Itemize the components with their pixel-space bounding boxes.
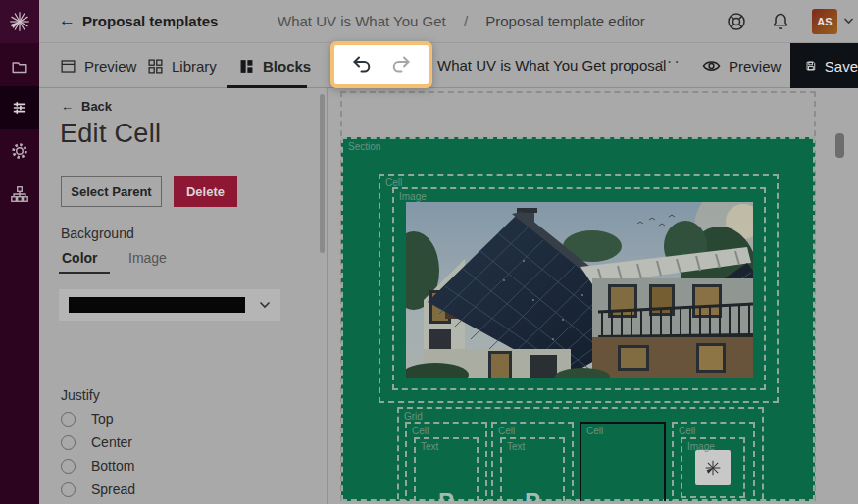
brand-logo[interactable] [0,0,39,43]
text-label: Text [507,441,525,452]
image-placeholder [695,450,731,485]
floppy-disk-icon [805,58,817,74]
proposal-template-editor: ← Proposal templates What UV is What You… [0,0,858,504]
breadcrumb-current-page: Proposal template editor [485,13,645,29]
grid-label: Grid [404,411,423,422]
page-title[interactable]: Proposal templates [82,13,218,29]
justify-label: Justify [61,387,100,403]
image-label: Image [399,191,427,202]
editor-canvas: Section Cell Image [328,88,858,504]
rail-item-settings[interactable] [0,129,39,173]
section-label: Section [348,141,380,152]
blocks-icon [238,58,255,75]
background-tab-color[interactable]: Color [62,250,98,266]
justify-option-top[interactable]: Top [61,411,114,427]
canvas-scrollbar[interactable] [835,133,844,158]
preview-button[interactable]: Preview [702,43,781,88]
back-arrow-icon[interactable]: ← [59,10,76,31]
lifebuoy-icon [726,11,747,32]
justify-option-label: Top [91,411,114,427]
justify-option-label: Center [91,434,132,450]
breadcrumb-separator: / [464,13,468,29]
redo-button[interactable] [389,54,413,76]
help-button[interactable] [726,11,747,32]
select-parent-button[interactable]: Select Parent [61,176,162,207]
tab-library[interactable]: Library [147,43,217,88]
text-block[interactable]: Text P [500,437,565,504]
preview-button-label: Preview [729,58,781,75]
delete-button[interactable]: Delete [174,176,237,207]
more-options-button[interactable]: ··· [659,52,681,72]
breadcrumb-template-name[interactable]: What UV is What You Get [278,13,446,29]
text-block[interactable]: Text P [414,437,479,504]
active-tab-underline [227,85,307,88]
grid-cell-1[interactable]: Cell Text P [405,422,487,504]
template-list-icon [10,98,29,118]
justify-option-spread[interactable]: Spread [61,481,135,497]
panel-title: Edit Cell [60,119,161,149]
radio-icon [61,459,76,474]
panel-back-button[interactable]: ← Back [61,99,112,114]
bell-icon [770,11,791,32]
cell-label: Cell [498,426,515,436]
radio-icon [61,412,76,427]
rail-item-folders[interactable] [0,45,39,88]
document-title[interactable]: What UV is What You Get proposal [437,57,666,74]
preview-pane-icon [60,58,76,75]
starburst-logo-icon [7,9,32,34]
justify-option-bottom[interactable]: Bottom [61,458,134,474]
background-label: Background [61,226,134,241]
tab-preview[interactable]: Preview [60,43,136,88]
sitemap-icon [10,184,29,204]
cell-label: Cell [679,426,695,436]
redo-icon [389,54,413,76]
solar-house-photo[interactable] [406,202,753,378]
image-block[interactable]: Image [681,437,745,498]
library-grid-icon [147,58,164,75]
back-arrow-icon: ← [61,99,74,114]
starburst-placeholder-icon [702,457,724,479]
breadcrumb: What UV is What You Get / Proposal templ… [278,13,645,29]
cell-label: Cell [586,426,603,436]
tour-spotlight-undo-redo [330,41,432,88]
tab-blocks-label: Blocks [263,58,311,75]
justify-option-center[interactable]: Center [61,434,132,450]
rail-item-organization[interactable] [0,173,39,216]
justify-option-label: Spread [91,481,135,497]
radio-icon [61,435,76,450]
eye-icon [702,59,721,73]
panel-scrollbar[interactable] [320,94,325,253]
radio-icon [61,482,76,497]
notifications-button[interactable] [770,11,791,32]
grid-cell-4[interactable]: Cell Image [672,422,755,504]
gear-icon [10,141,29,161]
tab-library-label: Library [172,58,217,75]
solar-house-illustration [406,202,753,378]
panel-back-label: Back [81,99,112,114]
editor-toolbar: Preview Library Blocks What UV is What Y… [39,43,858,88]
undo-icon [350,54,374,76]
save-button-label: Save [825,58,858,75]
rail-item-templates-selected[interactable] [0,86,39,129]
cell-label: Cell [412,426,429,436]
edit-cell-panel: ← Back Edit Cell Select Parent Delete Ba… [39,88,328,504]
justify-option-label: Bottom [91,458,134,474]
app-rail [0,0,39,504]
color-tab-underline [59,272,110,274]
grid-block[interactable]: Grid Cell Text P Cell Text P C [397,407,764,504]
folder-icon [10,57,29,76]
account-chevron-down-icon[interactable] [843,17,854,25]
text-label: Text [421,441,438,452]
section-block[interactable]: Section Cell Image [341,137,815,501]
background-tab-image[interactable]: Image [128,250,167,266]
save-button[interactable]: Save [790,43,858,88]
grid-cell-2[interactable]: Cell Text P [491,422,574,504]
color-swatch [69,297,245,313]
avatar[interactable]: AS [812,9,837,34]
dropdown-chevron-down-icon [259,301,271,309]
undo-button[interactable] [350,54,374,76]
background-color-dropdown[interactable] [59,289,280,321]
top-bar: ← Proposal templates What UV is What You… [39,0,858,43]
tab-blocks-active[interactable]: Blocks [238,43,311,88]
grid-cell-3-selected[interactable]: Cell [580,422,666,504]
